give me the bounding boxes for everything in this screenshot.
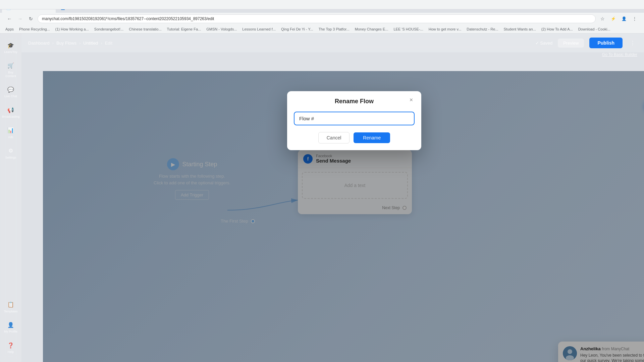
bookmark-3[interactable]: Sonderangebot!... xyxy=(92,26,125,32)
rename-button[interactable]: Rename xyxy=(354,132,390,143)
bookmark-13-label: Datenschutz - Re... xyxy=(467,27,498,31)
go-basic-builder-link[interactable]: Go To Basic Builder xyxy=(602,52,637,57)
bookmark-8[interactable]: Qing Fei De Yi - Y... xyxy=(279,26,315,32)
bookmark-13[interactable]: Datenschutz - Re... xyxy=(465,26,500,32)
sidebar-item-my-profile[interactable]: 👤 My Profile xyxy=(1,318,20,336)
forward-button[interactable]: → xyxy=(16,15,24,23)
modal-footer: Cancel Rename xyxy=(287,132,421,150)
sidebar-item-live-chat[interactable]: 💬 Live Chat xyxy=(1,83,20,101)
help-icon: ❓ xyxy=(7,342,14,349)
buy-content-icon: 🛒 xyxy=(7,62,14,69)
bookmark-2[interactable]: (1) How Working a... xyxy=(53,26,91,32)
app-header: Dashboard › Buy Flows › Untitled › Edit … xyxy=(21,34,644,52)
modal-close-button[interactable]: × xyxy=(407,96,416,105)
sidebar-item-broadcasting[interactable]: 📢 Broadcasting xyxy=(1,104,20,121)
breadcrumb-edit[interactable]: Edit xyxy=(105,41,112,46)
sidebar-label-templates: Templates xyxy=(4,310,17,313)
sidebar-label-ads: Ads xyxy=(8,135,13,139)
breadcrumb-sep-1: › xyxy=(52,41,54,46)
refresh-button[interactable]: ↻ xyxy=(27,15,35,23)
bookmark-1-label: Phone Recycling... xyxy=(19,27,50,31)
bookmark-11[interactable]: LEE 'S HOUSE-... xyxy=(391,26,425,32)
breadcrumb-home[interactable]: Dashboard xyxy=(28,41,50,46)
bookmark-10-label: Money Changes E... xyxy=(355,27,388,31)
bookmark-5-label: Tutorial: Eigene Fa... xyxy=(167,27,201,31)
url-text: manychat.com/fb198150208192061⁸/cms/file… xyxy=(42,16,214,21)
bookmark-9-label: The Top 3 Platfor... xyxy=(319,27,350,31)
modal-title: Rename Flow xyxy=(335,98,374,105)
bookmark-6-label: GMSN - Vologds... xyxy=(206,27,237,31)
address-bar[interactable]: manychat.com/fb198150208192061⁸/cms/file… xyxy=(38,14,596,23)
bookmark-6[interactable]: GMSN - Vologds... xyxy=(204,26,239,32)
bookmark-16-label: Download - Cooki... xyxy=(578,27,610,31)
profile-button[interactable]: 👤 xyxy=(620,15,628,23)
bookmark-apps-label: Apps xyxy=(5,27,14,31)
sidebar-item-help[interactable]: ❓ Help xyxy=(1,339,20,357)
settings-icon: ⚙ xyxy=(7,147,14,155)
close-icon: × xyxy=(410,97,413,104)
flow-canvas[interactable]: ▶ Starting Step Flow starts with the fol… xyxy=(43,71,644,362)
sidebar-label-buy-content: Buy Content xyxy=(3,71,19,78)
bookmark-3-label: Sonderangebot!... xyxy=(94,27,123,31)
rename-label: Rename xyxy=(363,135,381,140)
bookmark-7[interactable]: Lessons Learned f... xyxy=(240,26,278,32)
preview-label: Preview xyxy=(563,41,579,46)
sidebar-item-learn-toy[interactable]: 🎓 Learn/Toy xyxy=(1,39,20,57)
sidebar-label-settings: Settings xyxy=(5,156,16,160)
sidebar-label-learn-toy: Learn/Toy xyxy=(4,50,17,54)
cancel-label: Cancel xyxy=(327,135,341,140)
flow-name-input[interactable] xyxy=(294,112,415,125)
bookmark-14-label: Student Wants an... xyxy=(504,27,536,31)
bookmark-apps[interactable]: Apps xyxy=(3,26,16,32)
publish-button[interactable]: Publish xyxy=(589,38,623,48)
bookmark-10[interactable]: Money Changes E... xyxy=(353,26,390,32)
bookmark-12[interactable]: How to get more v... xyxy=(427,26,464,32)
live-chat-icon: 💬 xyxy=(7,86,14,93)
go-basic-builder-label: Go To Basic Builder xyxy=(602,52,637,57)
extensions-button[interactable]: ⚡ xyxy=(609,15,617,23)
modal-overlay: Rename Flow × Cancel xyxy=(43,71,644,362)
templates-icon: 📋 xyxy=(7,301,14,308)
publish-label: Publish xyxy=(597,40,614,46)
sidebar-item-templates[interactable]: 📋 Templates xyxy=(1,298,20,316)
bookmark-button[interactable]: ☆ xyxy=(598,15,606,23)
bookmark-11-label: LEE 'S HOUSE-... xyxy=(393,27,423,31)
bookmark-4-label: Chinese translatio... xyxy=(129,27,161,31)
breadcrumb-flows[interactable]: Buy Flows xyxy=(56,41,76,46)
back-button[interactable]: ← xyxy=(5,15,13,23)
ads-icon: 📊 xyxy=(7,127,14,134)
bookmark-7-label: Lessons Learned f... xyxy=(242,27,276,31)
sidebar-item-buy-content[interactable]: 🛒 Buy Content xyxy=(1,59,20,81)
more-options-button[interactable]: ⋮ xyxy=(628,38,637,48)
my-profile-icon: 👤 xyxy=(7,321,14,328)
saved-badge: ✓ Saved xyxy=(535,41,552,46)
bookmark-5[interactable]: Tutorial: Eigene Fa... xyxy=(165,26,203,32)
bookmark-15-label: (2) How To Add A... xyxy=(541,27,573,31)
bookmark-12-label: How to get more v... xyxy=(429,27,462,31)
sidebar-item-settings[interactable]: ⚙ Settings xyxy=(1,144,20,162)
modal-header: Rename Flow × xyxy=(287,91,421,109)
sidebar-label-broadcasting: Broadcasting xyxy=(2,115,20,119)
breadcrumb-name[interactable]: Untitled xyxy=(83,41,98,46)
learn-toy-icon: 🎓 xyxy=(7,42,14,49)
bookmark-16[interactable]: Download - Cooki... xyxy=(576,26,612,32)
bookmark-8-label: Qing Fei De Yi - Y... xyxy=(281,27,313,31)
breadcrumb: Dashboard › Buy Flows › Untitled › Edit xyxy=(28,41,112,46)
bookmark-1[interactable]: Phone Recycling... xyxy=(17,26,52,32)
sidebar-label-help: Help xyxy=(8,350,14,354)
more-icon: ⋮ xyxy=(630,40,635,46)
breadcrumb-sep-2: › xyxy=(79,41,80,46)
sidebar: 🎓 Learn/Toy 🛒 Buy Content 💬 Live Chat 📢 … xyxy=(0,34,21,362)
cancel-button[interactable]: Cancel xyxy=(318,132,350,143)
menu-button[interactable]: ⋮ xyxy=(631,15,639,23)
bookmark-14[interactable]: Student Wants an... xyxy=(502,26,538,32)
bookmark-4[interactable]: Chinese translatio... xyxy=(127,26,163,32)
broadcasting-icon: 📢 xyxy=(7,106,14,114)
sidebar-label-live-chat: Live Chat xyxy=(4,95,17,98)
bookmark-9[interactable]: The Top 3 Platfor... xyxy=(317,26,352,32)
rename-flow-modal: Rename Flow × Cancel xyxy=(287,91,421,150)
bookmark-15[interactable]: (2) How To Add A... xyxy=(539,26,575,32)
sidebar-item-ads[interactable]: 📊 Ads xyxy=(1,124,20,142)
preview-button[interactable]: Preview xyxy=(558,39,584,48)
saved-text: ✓ Saved xyxy=(535,41,552,46)
